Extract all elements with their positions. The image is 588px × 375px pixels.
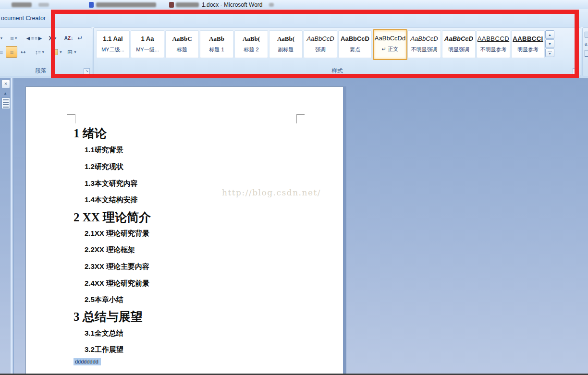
selected-body-text[interactable]: dddddddd [74,358,101,365]
paragraph-group-label: 段落 [0,67,92,74]
partial-icon [585,50,588,57]
text-boundary-mark [67,114,75,123]
style-item-subtle-reference[interactable]: AABBCCD 不明显参考 [477,30,510,58]
editing-group-partial: a [582,27,588,76]
partial-icon: a [585,41,588,47]
page-edge-shadow [343,86,346,375]
blurred-tab-text [176,2,199,7]
style-item-subtle-emphasis[interactable]: AaBbCcD 不明显强调 [407,30,441,58]
styles-group: 1.1 Aal MY二级... 1 Aa MY一级... AaBbC 标题 Aa… [93,27,581,76]
sort-button[interactable]: AZ↓ [63,33,74,43]
decrease-indent-button[interactable]: ◄≡ [24,33,34,43]
pane-divider [11,78,12,375]
page-thumbnail-button[interactable] [1,97,10,109]
style-item-strong[interactable]: AaBbCcD 要点 [338,30,372,58]
align-center-button[interactable]: ≡ [6,46,17,58]
paragraph-group: ▼ ≡▼ ◄≡ ≡► X▼ AZ↓ ↵ ≡ ≡ ⇿ ↕≡▼ ▼ ⊞▼ 段落 ↘ [0,27,92,76]
heading-2[interactable]: 1.1研究背景 [85,145,123,155]
heading-2[interactable]: 2.1XX 理论研究背景 [85,229,149,238]
blurred-tab-text [96,2,156,7]
style-item-title[interactable]: AaBbC 标题 [165,30,199,58]
styles-dialog-launcher[interactable]: ↘ [573,68,579,74]
pane-scroll-up-icon[interactable]: ▲ [2,91,9,97]
blurred-tab-text [12,2,32,7]
bullet-list-button[interactable]: ▼ [0,33,5,43]
document-page[interactable]: 1 绪论 1.1研究背景 1.2研究现状 1.3本文研究内容 1.4本文结构安排… [25,86,343,375]
document-icon [169,2,174,8]
numbered-list-button[interactable]: ≡▼ [6,33,22,43]
shading-button[interactable]: ▼ [50,46,64,58]
blurred-tab-text [38,3,49,7]
heading-2[interactable]: 1.2研究现状 [85,162,123,171]
blurred-close-glyph [269,3,274,7]
style-item-subtitle[interactable]: AaBb( 副标题 [269,30,303,58]
increase-indent-button[interactable]: ≡► [34,33,44,43]
heading-1[interactable]: 1 绪论 [74,125,107,141]
distribute-text-button[interactable]: ⇿ [17,46,29,58]
partial-icon [585,32,588,37]
word-window: 1.docx - Microsoft Word ocument Creator … [0,0,588,375]
ribbon: ▼ ≡▼ ◄≡ ≡► X▼ AZ↓ ↵ ≡ ≡ ⇿ ↕≡▼ ▼ ⊞▼ 段落 ↘ … [0,27,588,78]
document-workspace: × ▲ 1 绪论 1.1研究背景 1.2研究现状 1.3本文研究内容 1.4本文… [0,78,588,375]
style-item-my-level1[interactable]: 1 Aa MY一级... [131,30,164,58]
gallery-more-button[interactable]: ▼ [545,48,554,57]
heading-2[interactable]: 3.1全文总结 [85,329,123,338]
gallery-scroll-up-button[interactable]: ▲ [545,30,554,39]
gallery-scroll-down-button[interactable]: ▼ [545,39,554,48]
heading-2[interactable]: 2.5本章小结 [85,295,123,304]
heading-2[interactable]: 3.2工作展望 [85,345,123,354]
asian-layout-button[interactable]: X▼ [46,33,60,43]
borders-button[interactable]: ⊞▼ [65,46,79,58]
tab-document-creator[interactable]: ocument Creator [1,15,46,22]
style-item-intense-emphasis[interactable]: AaBbCcD 明显强调 [442,30,476,58]
style-item-heading1[interactable]: AaBb 标题 1 [200,30,233,58]
style-item-heading2[interactable]: AaBb( 标题 2 [234,30,268,58]
style-item-my-level2[interactable]: 1.1 Aal MY二级... [96,30,130,58]
heading-2[interactable]: 2.4XX 理论研究前景 [85,279,149,288]
show-hide-paragraph-button[interactable]: ↵ [75,33,85,43]
line-spacing-button[interactable]: ↕≡▼ [32,46,48,58]
paragraph-dialog-launcher[interactable]: ↘ [84,68,90,74]
pane-divider-shadow [13,78,14,375]
style-item-normal[interactable]: AaBbCcDd ↵ 正文 [373,29,407,60]
style-item-emphasis[interactable]: AaBbCcD 强调 [304,30,337,58]
heading-2[interactable]: 2.2XX 理论框架 [85,245,135,254]
text-boundary-mark [296,114,305,123]
heading-1[interactable]: 2 XX 理论简介 [74,209,151,225]
title-bar: 1.docx - Microsoft Word [0,0,588,9]
heading-2[interactable]: 1.4本文结构安排 [85,195,138,205]
heading-2[interactable]: 2.3XX 理论主要内容 [85,262,149,271]
heading-1[interactable]: 3 总结与展望 [74,309,143,325]
close-pane-button[interactable]: × [1,80,10,88]
window-title: 1.docx - Microsoft Word [202,1,262,8]
align-left-button[interactable]: ≡ [0,46,5,58]
styles-group-label: 样式 [94,67,581,74]
return-marker: ↵ [382,46,386,52]
document-icon [89,2,94,8]
ribbon-tab-row: ocument Creator [0,9,588,27]
heading-2[interactable]: 1.3本文研究内容 [85,179,138,188]
style-item-intense-reference[interactable]: AABBCCI 明显参考 [511,30,545,58]
